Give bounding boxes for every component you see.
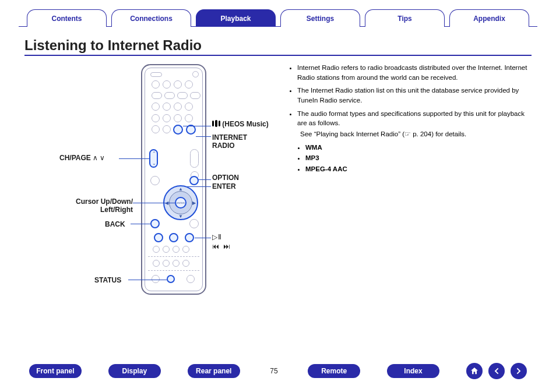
top-tabs: Contents Connections Playback Settings T… xyxy=(0,0,556,27)
remote-misc-row xyxy=(152,114,193,122)
format-item: MPEG-4 AAC xyxy=(305,164,532,174)
arrow-right-icon[interactable] xyxy=(511,363,527,379)
leader-line xyxy=(198,179,211,180)
leader-line xyxy=(196,136,211,137)
see-reference[interactable]: See “Playing back Internet Radio” (☞ p. … xyxy=(300,129,532,139)
home-icon[interactable] xyxy=(466,363,483,379)
enter-button[interactable]: ENTER xyxy=(175,197,186,209)
skip-fwd-button[interactable] xyxy=(185,233,194,242)
description-column: Internet Radio refers to radio broadcast… xyxy=(288,59,532,327)
leader-line xyxy=(119,158,149,159)
remote-misc-button xyxy=(190,92,200,99)
back-button[interactable] xyxy=(150,219,160,228)
tab-playback[interactable]: Playback xyxy=(196,9,276,27)
remote-misc-button xyxy=(152,125,160,133)
nav-remote[interactable]: Remote xyxy=(308,364,360,378)
arrow-left-icon[interactable] xyxy=(488,363,505,379)
remote-misc-button xyxy=(177,92,188,99)
play-pause-button[interactable] xyxy=(169,233,178,242)
remote-misc-row xyxy=(153,246,189,253)
callout-transport: ▷Ⅱ ⏮ ⏭ xyxy=(212,233,231,251)
nav-index[interactable]: Index xyxy=(387,364,439,378)
remote-misc-button xyxy=(150,72,162,77)
remote-misc-button xyxy=(163,125,171,133)
footer-nav: Front panel Display Rear panel 75 Remote… xyxy=(0,363,556,379)
option-button[interactable] xyxy=(189,176,199,185)
remote-misc-row xyxy=(152,103,193,111)
play-pause-icon: ▷Ⅱ xyxy=(212,233,231,242)
volume-rocker xyxy=(190,149,199,168)
leader-line xyxy=(128,280,167,280)
smart-select-row xyxy=(153,260,189,267)
tab-contents[interactable]: Contents xyxy=(27,9,107,27)
leader-line xyxy=(186,186,211,187)
callout-back: BACK xyxy=(105,220,125,228)
nav-display[interactable]: Display xyxy=(108,364,161,378)
heos-music-icon xyxy=(212,121,220,126)
leader-line xyxy=(183,126,211,126)
description-bullet: The audio format types and specification… xyxy=(297,109,532,139)
callout-status: STATUS xyxy=(94,276,121,284)
remote-misc-button xyxy=(186,275,195,283)
remote-misc-button xyxy=(152,275,160,283)
nav-front-panel[interactable]: Front panel xyxy=(29,364,82,378)
status-button[interactable] xyxy=(167,275,175,283)
description-bullet: Internet Radio refers to radio broadcast… xyxy=(297,63,532,82)
remote-divider xyxy=(148,270,199,271)
callout-internet-radio: INTERNETRADIO xyxy=(212,133,247,150)
ch-page-rocker[interactable]: ⌃ ⌄ xyxy=(149,149,158,168)
info-button xyxy=(189,219,199,228)
remote-misc-button xyxy=(164,92,175,99)
callout-option-enter: OPTION ENTER xyxy=(212,174,239,191)
leader-line xyxy=(131,224,150,224)
skip-icons: ⏮ ⏭ xyxy=(212,242,231,250)
leader-line xyxy=(133,203,175,203)
title-rule xyxy=(24,55,532,56)
format-item: MP3 xyxy=(305,153,532,163)
page-title: Listening to Internet Radio xyxy=(24,37,532,54)
page-number: 75 xyxy=(267,367,281,375)
skip-back-button[interactable] xyxy=(154,233,163,242)
tab-tips[interactable]: Tips xyxy=(365,9,445,27)
heos-music-button[interactable] xyxy=(173,125,183,135)
format-item: WMA xyxy=(305,143,532,153)
callout-heos: (HEOS Music) xyxy=(212,120,269,128)
arrows-icon: ∧∨ xyxy=(93,154,107,162)
tab-settings[interactable]: Settings xyxy=(280,9,360,27)
callout-cursor: Cursor Up/Down/ Left/Right xyxy=(51,197,133,214)
remote-diagram-area: ⌃ ⌄ ENTER ▲ ▼ ◀ ▶ xyxy=(24,59,281,327)
remote-divider xyxy=(148,256,199,257)
description-bullet: The Internet Radio station list on this … xyxy=(297,86,532,105)
remote-misc-row xyxy=(152,80,193,89)
remote-misc-button xyxy=(152,92,162,99)
leader-line xyxy=(195,238,211,238)
nav-rear-panel[interactable]: Rear panel xyxy=(188,364,240,378)
remote-misc-button xyxy=(192,71,199,77)
tab-connections[interactable]: Connections xyxy=(111,9,191,27)
setup-button xyxy=(150,176,160,185)
callout-ch-page: CH/PAGE ∧∨ xyxy=(59,154,107,162)
tab-appendix[interactable]: Appendix xyxy=(449,9,529,27)
